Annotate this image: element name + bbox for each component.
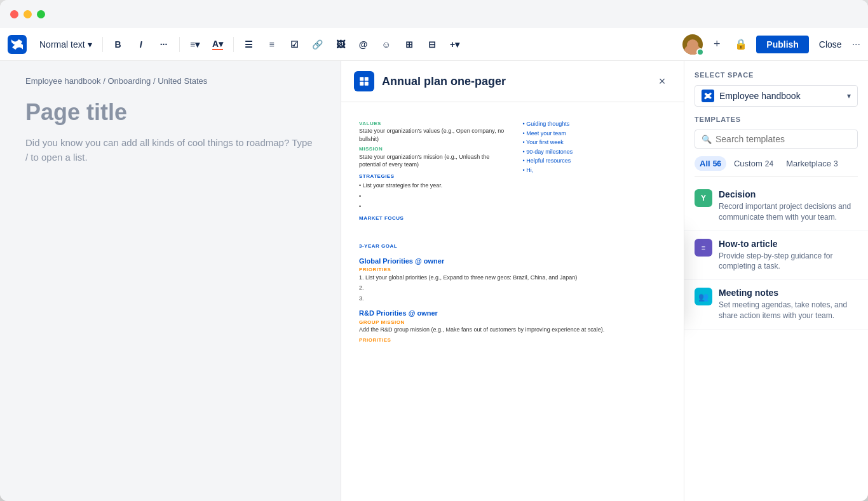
table-icon: ⊞ xyxy=(405,39,413,50)
strategies-item: • List your strategies for the year. xyxy=(359,182,508,190)
tab-custom[interactable]: Custom 24 xyxy=(729,156,778,171)
emoji-icon: ☺ xyxy=(381,39,390,50)
priorities-label-2: PRIORITIES xyxy=(359,337,666,344)
svg-rect-3 xyxy=(365,82,369,86)
more-formatting-button[interactable]: ··· xyxy=(154,34,174,55)
chevron-down-icon: ▾ xyxy=(88,39,92,50)
toolbar-divider-3 xyxy=(233,37,234,52)
svg-rect-0 xyxy=(360,77,363,81)
close-label: Close xyxy=(819,39,842,50)
svg-rect-2 xyxy=(360,82,363,86)
add-collaborator-button[interactable]: + xyxy=(708,36,726,53)
numbered-list-icon: ≡ xyxy=(269,39,274,50)
toolbar-right: + 🔒 Publish Close ··· xyxy=(682,34,860,55)
templates-panel: SELECT SPACE Employee handbook ▾ TEMPLAT… xyxy=(684,61,868,501)
editor-area[interactable]: Employee handbook / Onboarding / United … xyxy=(0,61,341,501)
image-button[interactable]: 🖼 xyxy=(330,34,351,55)
more-options-button[interactable]: ··· xyxy=(852,39,860,50)
publish-button[interactable]: Publish xyxy=(756,36,809,53)
search-box: 🔍 xyxy=(695,130,858,149)
preview-header: Annual plan one-pager × xyxy=(341,61,684,102)
plus-icon: +▾ xyxy=(450,39,459,50)
template-item-meeting[interactable]: 👥 Meeting notes Set meeting agendas, tak… xyxy=(684,280,868,330)
tab-marketplace[interactable]: Marketplace 3 xyxy=(781,156,843,171)
lock-button[interactable]: 🔒 xyxy=(731,34,751,55)
search-templates-input[interactable] xyxy=(715,134,851,144)
task-button[interactable]: ☑ xyxy=(285,34,305,55)
preview-template-icon xyxy=(354,71,374,91)
text-color-icon: A▾ xyxy=(212,39,223,50)
align-button[interactable]: ≡▾ xyxy=(185,34,205,55)
space-icon xyxy=(702,90,714,102)
templates-section-label: TEMPLATES xyxy=(695,116,858,123)
preview-close-button[interactable]: × xyxy=(653,72,671,90)
meeting-template-icon: 👥 xyxy=(695,288,712,305)
text-style-dropdown[interactable]: Normal text ▾ xyxy=(34,37,97,52)
template-list: Y Decision Record important project deci… xyxy=(684,182,868,501)
close-button[interactable]: Close xyxy=(814,36,847,53)
toolbar-divider-1 xyxy=(102,37,103,52)
image-icon: 🖼 xyxy=(336,39,345,50)
mission-label: MISSION xyxy=(359,145,508,152)
bold-button[interactable]: B xyxy=(108,34,128,55)
svg-rect-1 xyxy=(365,77,369,81)
meeting-template-desc: Set meeting agendas, take notes, and sha… xyxy=(719,300,858,321)
market-label: MARKET FOCUS xyxy=(359,215,508,222)
bullet-list-button[interactable]: ☰ xyxy=(239,34,259,55)
breadcrumb-part-1[interactable]: Employee handbook xyxy=(25,76,101,86)
values-text: State your organization's values (e.g., … xyxy=(359,127,508,143)
panel-header: SELECT SPACE Employee handbook ▾ TEMPLAT… xyxy=(684,61,868,182)
page-hint-text: Did you know you can add all kinds of co… xyxy=(25,136,315,164)
decision-template-icon: Y xyxy=(695,189,712,207)
howto-template-name: How-to article xyxy=(719,239,858,249)
layout-button[interactable]: ⊟ xyxy=(422,34,442,55)
global-priorities-title: Global Priorities @ owner xyxy=(359,257,666,266)
breadcrumb-part-3[interactable]: United States xyxy=(158,76,207,86)
howto-template-icon: ≡ xyxy=(695,239,712,257)
at-icon: @ xyxy=(359,39,368,50)
numbered-list-button[interactable]: ≡ xyxy=(262,34,282,55)
group-mission-label: GROUP MISSION xyxy=(359,319,666,326)
space-select-dropdown[interactable]: Employee handbook ▾ xyxy=(695,85,858,107)
mention-button[interactable]: @ xyxy=(353,34,374,55)
user-avatar-wrapper xyxy=(682,34,703,55)
task-icon: ☑ xyxy=(290,39,299,50)
text-color-button[interactable]: A▾ xyxy=(208,34,228,55)
bullet-list-icon: ☰ xyxy=(245,39,253,50)
page-title[interactable]: Page title xyxy=(25,98,315,126)
confluence-logo xyxy=(8,35,27,54)
tab-all[interactable]: All 56 xyxy=(695,156,726,171)
emoji-button[interactable]: ☺ xyxy=(376,34,397,55)
table-button[interactable]: ⊞ xyxy=(399,34,419,55)
titlebar xyxy=(0,0,868,28)
close-window-button[interactable] xyxy=(10,10,18,18)
breadcrumb: Employee handbook / Onboarding / United … xyxy=(25,76,315,86)
template-preview-panel: Annual plan one-pager × VALUES State you… xyxy=(341,61,684,501)
template-item-decision[interactable]: Y Decision Record important project deci… xyxy=(684,182,868,231)
link-button[interactable]: 🔗 xyxy=(308,34,328,55)
maximize-window-button[interactable] xyxy=(37,10,45,18)
values-label: VALUES xyxy=(359,120,508,127)
chevron-down-icon: ▾ xyxy=(847,91,851,100)
template-tooltip-popup: Annual plan one-pager Share your company… xyxy=(684,226,684,320)
search-icon: 🔍 xyxy=(702,135,712,144)
insert-button[interactable]: +▾ xyxy=(445,34,465,55)
select-space-label: SELECT SPACE xyxy=(695,71,858,79)
online-badge xyxy=(696,48,704,56)
goal-label: 3-YEAR GOAL xyxy=(359,243,508,250)
minimize-window-button[interactable] xyxy=(24,10,32,18)
meeting-template-name: Meeting notes xyxy=(719,288,858,298)
publish-label: Publish xyxy=(766,39,799,50)
italic-button[interactable]: I xyxy=(131,34,151,55)
breadcrumb-part-2[interactable]: Onboarding xyxy=(107,76,151,86)
layout-icon: ⊟ xyxy=(428,39,436,50)
howto-template-desc: Provide step-by-step guidance for comple… xyxy=(719,251,858,272)
app-window: Normal text ▾ B I ··· ≡▾ A▾ ☰ ≡ ☑ xyxy=(0,0,868,501)
decision-template-desc: Record important project decisions and c… xyxy=(719,201,858,223)
strategies-label: STRATEGIES xyxy=(359,173,508,180)
template-item-howto[interactable]: ≡ How-to article Provide step-by-step gu… xyxy=(684,231,868,281)
priorities-label: PRIORITIES xyxy=(359,266,666,273)
preview-template-title: Annual plan one-pager xyxy=(382,75,646,88)
italic-icon: I xyxy=(140,39,142,50)
space-name-label: Employee handbook xyxy=(719,91,842,101)
